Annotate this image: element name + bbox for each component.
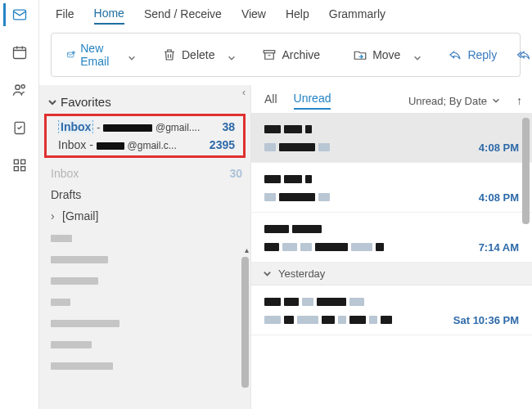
folder-list: Inbox 30 Drafts › [Gmail] [39,161,250,375]
message-list-header: All Unread Unread; By Date ↑ [251,85,532,113]
message-list-pane: All Unread Unread; By Date ↑ 4:08 PM [250,85,532,409]
highlight-annotation: Inbox - @gmail.... 38 Inbox - @gmail.c..… [44,114,246,158]
unread-count: 2395 [205,138,235,151]
archive-button[interactable]: Archive [255,44,327,65]
svg-point-2 [15,85,19,89]
favorites-header[interactable]: Favorites [39,92,250,114]
menu-view[interactable]: View [241,7,266,24]
new-email-button[interactable]: New Email [60,38,121,71]
folder-item[interactable] [39,354,250,375]
chevron-down-icon [47,97,57,107]
delete-label: Delete [182,48,214,61]
navigation-rail [0,0,39,409]
folder-label: Inbox - @gmail.c... [58,138,205,151]
folder-label: Inbox - @gmail.... [58,120,217,133]
message-item[interactable]: Sat 10:36 PM [251,285,532,335]
mail-rail-button[interactable] [3,3,33,26]
menu-bar: File Home Send / Receive View Help Gramm… [39,0,532,28]
apps-rail-button[interactable] [5,154,34,177]
folder-scrollbar-thumb[interactable] [241,257,249,388]
tasks-icon [11,119,28,136]
main-area: File Home Send / Receive View Help Gramm… [39,0,532,409]
message-scrollbar-thumb[interactable] [522,118,530,224]
favorite-inbox-2[interactable]: Inbox - @gmail.c... 2395 [47,136,243,154]
menu-grammarly[interactable]: Grammarly [329,7,385,24]
chevron-down-icon [263,269,272,278]
svg-rect-7 [14,167,18,171]
new-email-icon [66,47,75,62]
move-button[interactable]: Move [346,44,407,65]
delete-dropdown[interactable] [228,51,236,59]
menu-file[interactable]: File [56,7,74,24]
message-list: 4:08 PM 4:08 PM 7:14 AM Yesterday [251,113,532,409]
new-email-dropdown[interactable] [128,51,136,59]
menu-home[interactable]: Home [94,7,124,25]
ribbon-toolbar: New Email Delete Archive Move [51,33,521,77]
collapse-folder-pane[interactable]: ‹ [242,87,246,98]
message-time: 4:08 PM [479,191,519,204]
favorites-label: Favorites [61,95,111,109]
svg-rect-0 [13,10,25,20]
message-time: 4:08 PM [479,142,519,154]
archive-label: Archive [282,48,320,61]
reply-icon [448,47,462,62]
filter-unread[interactable]: Unread [294,92,331,110]
calendar-icon [11,44,28,61]
svg-rect-5 [14,160,18,164]
svg-rect-1 [13,47,25,58]
folder-item[interactable] [39,333,250,354]
message-item[interactable]: 4:08 PM [251,163,532,213]
ribbon-wrap: New Email Delete Archive Move [39,28,532,85]
body-split: ‹ Favorites Inbox - @gmail.... 38 [39,85,532,409]
delete-button[interactable]: Delete [156,44,221,65]
tasks-rail-button[interactable] [5,116,34,139]
move-label: Move [372,48,400,61]
folder-pane: ‹ Favorites Inbox - @gmail.... 38 [39,85,250,409]
mail-icon [11,7,28,23]
sort-direction-toggle[interactable]: ↑ [516,94,522,107]
reply-button[interactable]: Reply [441,44,503,65]
people-rail-button[interactable] [5,79,34,101]
chevron-down-icon [492,97,500,105]
people-icon [11,82,28,98]
menu-send-receive[interactable]: Send / Receive [144,7,222,24]
svg-rect-11 [264,51,276,53]
reply-all-icon [516,47,531,62]
sort-dropdown[interactable]: Unread; By Date [408,95,500,107]
folder-item[interactable] [39,312,250,333]
message-time: Sat 10:36 PM [453,314,519,326]
svg-point-3 [21,85,25,88]
archive-icon [262,47,277,62]
folder-gmail-group[interactable]: › [Gmail] [39,205,250,227]
reply-all-button[interactable]: R [510,44,532,65]
folder-item[interactable] [39,290,250,312]
menu-help[interactable]: Help [286,7,309,24]
message-time: 7:14 AM [479,241,519,254]
scroll-up-arrow[interactable]: ▴ [245,245,249,254]
folder-item[interactable] [39,227,250,248]
move-dropdown[interactable] [413,51,422,59]
calendar-rail-button[interactable] [5,41,34,64]
unread-count: 38 [217,120,235,133]
group-yesterday-header[interactable]: Yesterday [251,263,532,285]
folder-inbox[interactable]: Inbox 30 [39,163,250,184]
svg-rect-8 [20,167,25,171]
delete-icon [162,47,177,62]
folder-drafts[interactable]: Drafts [39,184,250,205]
new-email-label: New Email [80,42,115,68]
folder-item[interactable] [39,248,250,269]
filter-all[interactable]: All [264,92,277,109]
message-item[interactable]: 7:14 AM [251,213,532,263]
reply-label: Reply [467,48,497,61]
favorite-inbox-1[interactable]: Inbox - @gmail.... 38 [47,118,243,136]
svg-rect-6 [20,160,25,164]
apps-icon [11,157,28,173]
folder-item[interactable] [39,269,250,290]
message-item[interactable]: 4:08 PM [251,113,532,163]
move-icon [353,47,367,62]
